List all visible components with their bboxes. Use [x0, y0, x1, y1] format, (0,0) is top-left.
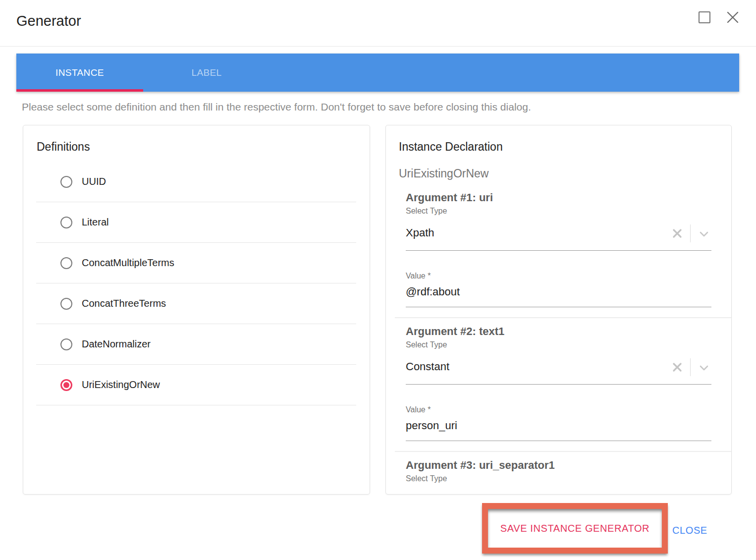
argument-1-value-input[interactable]: @rdf:about: [406, 285, 711, 307]
instruction-text: Please select some definition and then f…: [22, 101, 531, 113]
radio-option-label: UriExistingOrNew: [82, 379, 160, 391]
argument-2-type-label: Select Type: [406, 340, 711, 349]
clear-icon: [672, 228, 682, 238]
save-highlight-annotation: SAVE INSTANCE GENERATOR: [482, 503, 668, 554]
select-separator: [690, 358, 691, 376]
argument-1-type-value: Xpath: [406, 226, 672, 239]
definitions-heading: Definitions: [37, 140, 370, 154]
argument-1-clear-button[interactable]: [672, 226, 690, 238]
tab-bar: INSTANCE LABEL: [16, 54, 739, 92]
section-divider: [395, 317, 731, 318]
instance-declaration-panel: Instance Declaration UriExistingOrNew Ar…: [385, 125, 732, 495]
save-instance-generator-button[interactable]: SAVE INSTANCE GENERATOR: [500, 523, 649, 534]
argument-1-value-label: Value *: [406, 272, 711, 280]
radio-icon: [60, 298, 72, 310]
radio-option-uriexistingornew[interactable]: UriExistingOrNew: [36, 365, 356, 405]
argument-3-title: Argument #3: uri_separator1: [406, 459, 711, 472]
radio-option-label: ConcatMultipleTerms: [82, 257, 174, 269]
argument-1-title: Argument #1: uri: [406, 191, 711, 204]
header-divider: [0, 46, 756, 47]
radio-icon: [60, 379, 72, 391]
argument-1-dropdown-button[interactable]: [699, 226, 711, 239]
radio-icon: [60, 257, 72, 269]
definitions-list: UUID Literal ConcatMultipleTerms ConcatT…: [23, 162, 370, 405]
argument-3-section: Argument #3: uri_separator1 Select Type: [406, 459, 711, 483]
argument-2-value-input[interactable]: person_uri: [406, 419, 711, 441]
argument-2-value-label: Value *: [406, 405, 711, 414]
argument-2-clear-button[interactable]: [672, 360, 690, 372]
radio-option-uuid[interactable]: UUID: [36, 162, 356, 202]
close-icon[interactable]: [726, 11, 739, 24]
argument-1-section: Argument #1: uri Select Type Xpath Val: [406, 191, 711, 318]
argument-1-type-label: Select Type: [406, 207, 711, 216]
declaration-heading: Instance Declaration: [399, 140, 731, 154]
definitions-panel: Definitions UUID Literal ConcatMultipleT…: [23, 125, 370, 495]
radio-option-label: ConcatThreeTerms: [82, 298, 166, 309]
section-divider: [395, 451, 731, 452]
radio-option-label: Literal: [82, 217, 108, 228]
tab-instance[interactable]: INSTANCE: [16, 54, 143, 92]
radio-icon: [60, 176, 72, 188]
radio-option-concatmultipleterms[interactable]: ConcatMultipleTerms: [36, 243, 356, 283]
close-dialog-button[interactable]: CLOSE: [672, 525, 707, 536]
radio-option-literal[interactable]: Literal: [36, 202, 356, 243]
radio-option-concatthreeterms[interactable]: ConcatThreeTerms: [36, 283, 356, 324]
dialog-title: Generator: [16, 13, 81, 29]
maximize-icon[interactable]: [699, 11, 710, 23]
chevron-down-icon: [699, 362, 709, 373]
window-controls: [699, 11, 739, 24]
radio-option-label: UUID: [82, 176, 106, 187]
clear-icon: [672, 362, 682, 372]
argument-1-type-select[interactable]: Xpath: [406, 226, 711, 251]
arguments-form: Argument #1: uri Select Type Xpath Val: [406, 191, 711, 483]
argument-2-type-value: Constant: [406, 360, 672, 373]
argument-2-dropdown-button[interactable]: [699, 360, 711, 373]
argument-2-type-select[interactable]: Constant: [406, 360, 711, 385]
chevron-down-icon: [699, 228, 709, 239]
radio-icon: [60, 338, 72, 350]
radio-icon: [60, 217, 72, 228]
argument-2-section: Argument #2: text1 Select Type Constant: [406, 325, 711, 452]
select-separator: [690, 224, 691, 242]
generator-name: UriExistingOrNew: [399, 167, 731, 180]
radio-option-label: DateNormalizer: [82, 338, 151, 350]
argument-3-type-label: Select Type: [406, 474, 711, 483]
radio-option-datenormalizer[interactable]: DateNormalizer: [36, 324, 356, 365]
tab-label[interactable]: LABEL: [143, 54, 270, 92]
argument-2-title: Argument #2: text1: [406, 325, 711, 338]
